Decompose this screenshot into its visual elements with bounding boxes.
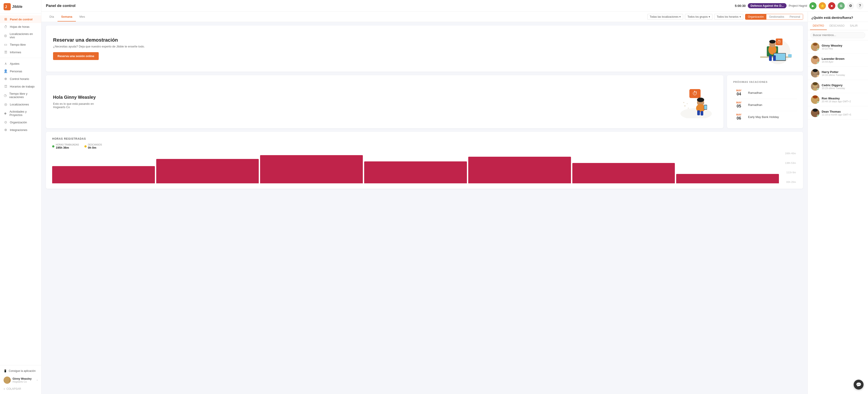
get-app-button[interactable]: 📱 Consigue la aplicación xyxy=(0,368,41,374)
play-timer-button[interactable]: ▶ xyxy=(809,2,816,9)
actividades-icon: ◈ xyxy=(4,111,7,115)
header-right: 5:00:30 Defence Against the D... Project… xyxy=(735,2,864,9)
sidebar-item-control-horario-label: Control horario xyxy=(10,77,29,81)
sidebar-item-hojas[interactable]: ⏱ Hojas de horas xyxy=(0,23,41,30)
sidebar-item-ajustes-label: Ajustes xyxy=(10,62,20,65)
sidebar-item-panel[interactable]: ⊞ Panel de control xyxy=(0,16,41,23)
member-info-lavender: Lavender Brown 14:44 Ayer xyxy=(822,57,865,63)
vacation-date-0: MAY 04 xyxy=(733,89,744,96)
member-time-dean: 11:10 a month ago GMT+5 xyxy=(822,113,865,116)
filter-groups-label: Todos los grupos xyxy=(687,15,708,18)
tiempo-libre-icon: ▭ xyxy=(4,42,8,47)
rp-tab-dentro[interactable]: DENTRO xyxy=(810,22,827,30)
vacation-date-1: MAY 05 xyxy=(733,101,744,109)
hello-card-row: Hola Ginny Weasley Esto es lo que está p… xyxy=(46,75,803,128)
filter-schedules-button[interactable]: Todos los horarios ▾ xyxy=(714,14,743,20)
help-button[interactable]: ? xyxy=(856,2,864,9)
user-avatar-button[interactable]: G xyxy=(838,2,845,9)
sidebar-item-integraciones-label: Integraciones xyxy=(10,128,27,132)
member-item-ron[interactable]: Ron Weasley 20:48 16 days ago GMT+2 xyxy=(808,93,868,106)
sidebar-item-ajustes[interactable]: ∧ Ajustes xyxy=(0,60,41,67)
organizacion-icon: ⊙ xyxy=(4,120,8,124)
member-item-harry[interactable]: Harry Potter 14:16 último Tuesday xyxy=(808,67,868,80)
page-title: Panel de control xyxy=(46,4,75,8)
view-organizacion-button[interactable]: Organización xyxy=(745,14,767,20)
member-time-lavender: 14:44 Ayer xyxy=(822,60,865,63)
chart-bar-5 xyxy=(572,163,675,183)
svg-rect-23 xyxy=(697,110,700,115)
tabs-bar: Día Semana Mes Todas las localizaciones … xyxy=(41,12,808,22)
demo-book-button[interactable]: Reserva una sesión online xyxy=(53,52,99,60)
sidebar-user[interactable]: Ginny Weasley Hogwarts Co › xyxy=(0,374,41,386)
search-members-input[interactable] xyxy=(810,32,865,38)
cedric-status-dot xyxy=(817,88,819,90)
chat-button[interactable]: 💬 xyxy=(854,380,864,390)
sidebar-item-tiempo-libre[interactable]: ▭ Tiempo libre xyxy=(0,41,41,48)
sidebar-collapse-button[interactable]: « COLAPSAR xyxy=(0,386,41,392)
sidebar-bottom: 📱 Consigue la aplicación Ginny Weasley H… xyxy=(0,365,41,394)
sidebar-item-integraciones[interactable]: ⊛ Integraciones xyxy=(0,126,41,134)
collapse-icon: « xyxy=(4,387,5,390)
member-name-dean: Dean Thomas xyxy=(822,110,865,113)
member-avatar-cedric xyxy=(811,82,819,91)
member-info-dean: Dean Thomas 11:10 a month ago GMT+5 xyxy=(822,110,865,116)
sidebar-item-actividades-label: Actividades y Proyectos xyxy=(9,110,38,117)
sidebar-item-control-horario[interactable]: ⊕ Control horario xyxy=(0,75,41,83)
svg-point-42 xyxy=(813,82,818,85)
chart-bar-4 xyxy=(468,157,571,183)
vacation-date-2: MAY 06 xyxy=(733,113,744,121)
sidebar-item-personas[interactable]: 👤 Personas xyxy=(0,67,41,75)
hojas-icon: ⏱ xyxy=(4,25,8,29)
sidebar-item-informes[interactable]: ☰ Informes xyxy=(0,48,41,56)
demo-card: Reservar una demostración ¿Necesitas ayu… xyxy=(46,26,803,72)
informes-icon: ☰ xyxy=(4,50,8,54)
sidebar-item-horarios-trabajo[interactable]: ☲ Horarios de trabajo xyxy=(0,83,41,90)
activity-badge[interactable]: Defence Against the D... xyxy=(748,3,786,8)
sidebar-item-organizacion[interactable]: ⊙ Organización xyxy=(0,118,41,126)
rp-tab-salir[interactable]: SALIR xyxy=(847,22,860,30)
right-panel: ¿Quién está dentro/fuera? DENTRO DESCANS… xyxy=(808,12,868,394)
svg-point-28 xyxy=(687,103,688,104)
member-item-ginny[interactable]: Ginny Weasley 10:22 Hoy xyxy=(808,40,868,54)
ajustes-icon: ∧ xyxy=(4,62,8,66)
filter-locations-button[interactable]: Todas las localizaciones ▾ xyxy=(647,14,683,20)
rp-search-container xyxy=(808,30,868,40)
rp-tab-descanso[interactable]: DESCANSO xyxy=(827,22,847,30)
member-item-lavender[interactable]: Lavender Brown 14:44 Ayer xyxy=(808,54,868,67)
dean-status-dot xyxy=(817,115,819,117)
help-icon: ? xyxy=(859,4,861,8)
sidebar-item-tiempo-libre-vac[interactable]: ◷ Tiempo libre y vacaciones xyxy=(0,90,41,100)
sidebar-item-localizaciones[interactable]: ◎ Localizaciones en vivo xyxy=(0,30,41,41)
stop-icon: ■ xyxy=(831,4,833,8)
settings-button[interactable]: ⚙ xyxy=(847,2,854,9)
legend-worked-dot xyxy=(52,145,54,148)
svg-point-33 xyxy=(813,43,817,46)
chevron-down-icon-3: ▾ xyxy=(740,15,741,18)
filter-groups-button[interactable]: Todos los grupos ▾ xyxy=(685,14,712,20)
sidebar-user-info: Ginny Weasley Hogwarts Co xyxy=(12,377,35,383)
member-item-dean[interactable]: Dean Thomas 11:10 a month ago GMT+5 xyxy=(808,106,868,120)
member-item-cedric[interactable]: Cedric Diggory 10:29 último Tuesday xyxy=(808,80,868,93)
y-label-1: 138h 53m xyxy=(781,162,796,164)
view-gestionados-button[interactable]: Gestionados xyxy=(766,14,787,20)
stop-button[interactable]: ■ xyxy=(828,2,835,9)
main-content: Panel de control 5:00:30 Defence Against… xyxy=(41,0,868,394)
hello-card: Hola Ginny Weasley Esto es lo que está p… xyxy=(46,75,723,128)
tab-dia[interactable]: Día xyxy=(46,12,58,22)
sidebar-item-actividades[interactable]: ◈ Actividades y Proyectos xyxy=(0,108,41,118)
tab-semana[interactable]: Semana xyxy=(58,12,76,22)
coin-button[interactable]: ⭐ xyxy=(819,2,826,9)
legend-worked-value: 195h 36m xyxy=(56,146,79,149)
sidebar-item-personas-label: Personas xyxy=(10,70,22,73)
member-avatar-harry xyxy=(811,69,819,78)
svg-point-3 xyxy=(5,381,10,384)
right-panel-title: ¿Quién está dentro/fuera? xyxy=(808,12,868,22)
project-badge: Project Hagrid xyxy=(789,4,807,7)
tab-mes[interactable]: Mes xyxy=(76,12,89,22)
member-avatar-ron xyxy=(811,95,819,104)
timer-display: 5:00:30 xyxy=(735,4,746,8)
view-personal-button[interactable]: Personal xyxy=(787,14,803,20)
svg-text:⏱: ⏱ xyxy=(777,40,781,44)
y-label-0: 166h 40m xyxy=(781,152,796,155)
sidebar-item-localizaciones2[interactable]: ◎ Localizaciones xyxy=(0,100,41,108)
